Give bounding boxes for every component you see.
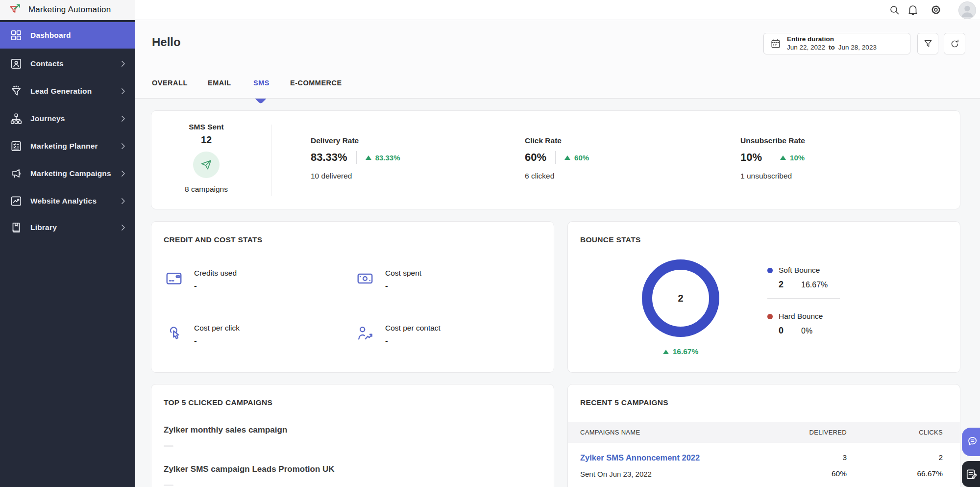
date-range-start: Jun 22, 2022 <box>787 44 825 51</box>
sidebar-item-label: Journeys <box>30 114 65 123</box>
recent5-campaigns-card: RECENT 5 CAMPAIGNS CAMPAIGNS NAME DELIVE… <box>567 384 960 487</box>
top-bar: Marketing Automation <box>0 0 980 20</box>
metric-delta: 10% <box>790 154 805 162</box>
bounce-delta: 16.67% <box>642 347 719 356</box>
tab-email[interactable]: EMAIL <box>208 79 231 87</box>
chevron-right-icon <box>119 142 127 151</box>
refresh-button[interactable] <box>944 33 965 54</box>
marketing-planner-checklist-icon <box>10 140 23 153</box>
compose-note-icon <box>965 468 978 481</box>
chat-bubbles-icon <box>965 436 978 448</box>
sidebar-item-label: Contacts <box>30 59 64 68</box>
metric-label: Delivery Rate <box>311 136 400 145</box>
metric-delivery-rate: Delivery Rate 83.33% 83.33% 10 delivered <box>311 136 400 180</box>
tab-ecommerce[interactable]: E-COMMERCE <box>290 79 342 87</box>
sidebar-item-dashboard[interactable]: Dashboard <box>0 22 135 49</box>
cost-per-contact-label: Cost per contact <box>385 324 441 333</box>
up-triangle-icon <box>366 155 371 160</box>
chevron-right-icon <box>119 87 127 96</box>
progress-bar-stub <box>164 445 173 447</box>
notifications-bell-icon[interactable] <box>907 4 919 16</box>
sms-sent-value: 12 <box>201 134 212 146</box>
sidebar-item-website-analytics[interactable]: Website Analytics <box>0 188 135 214</box>
sidebar-item-marketing-campaigns[interactable]: Marketing Campaigns <box>0 160 135 187</box>
app-title: Marketing Automation <box>28 5 111 15</box>
sidebar-item-label: Library <box>30 223 57 232</box>
date-range-text: Entire duration Jun 22, 2022toJun 28, 20… <box>787 35 877 52</box>
marketing-campaigns-megaphone-icon <box>10 167 23 180</box>
cost-per-contact-item: Cost per contact - <box>355 324 441 346</box>
metric-label: Click Rate <box>525 136 589 145</box>
sidebar-item-journeys[interactable]: Journeys <box>0 105 135 132</box>
progress-bar-stub <box>164 485 173 486</box>
sidebar-item-label: Dashboard <box>30 31 71 40</box>
sidebar-item-library[interactable]: Library <box>0 214 135 241</box>
sms-sent-label: SMS Sent <box>189 123 223 131</box>
website-analytics-chart-icon <box>10 195 23 207</box>
sidebar-item-label: Website Analytics <box>30 197 97 205</box>
up-triangle-icon <box>663 350 669 354</box>
metric-unsubscribe-rate: Unsubscribe Rate 10% 10% 1 unsubscribed <box>740 136 805 180</box>
feedback-notes-button[interactable] <box>962 461 980 487</box>
campaign-link[interactable]: Zylker SMS campaign Leads Promotion UK <box>164 464 335 474</box>
metric-caption: 1 unsubscribed <box>740 172 805 180</box>
campaign-sent-on: Sent On Jun 23, 2022 <box>580 470 652 478</box>
metric-separator <box>771 151 771 164</box>
campaign-link[interactable]: Zylker SMS Annoncement 2022 <box>580 453 700 462</box>
chat-support-button[interactable] <box>962 428 980 456</box>
chevron-right-icon <box>119 197 127 205</box>
legend-hard-bounce: Hard Bounce <box>767 312 823 321</box>
sms-sent-block: SMS Sent 12 8 campaigns <box>166 123 246 194</box>
legend-soft-bounce: Soft Bounce <box>767 266 820 275</box>
contacts-icon <box>10 57 23 70</box>
sidebar-item-label: Lead Generation <box>30 87 92 96</box>
date-range-dates: Jun 22, 2022toJun 28, 2023 <box>787 44 877 52</box>
card-title: RECENT 5 CAMPAIGNS <box>580 398 668 407</box>
metric-delta: 83.33% <box>375 154 400 162</box>
library-book-icon <box>10 221 23 234</box>
credit-card-icon <box>164 270 185 288</box>
metric-separator <box>555 151 556 164</box>
tab-overall[interactable]: OVERALL <box>152 79 188 87</box>
sidebar-item-lead-generation[interactable]: Lead Generation <box>0 78 135 104</box>
table-header-row: CAMPAIGNS NAME DELIVERED CLICKS <box>568 422 960 443</box>
settings-gear-icon[interactable] <box>930 4 942 16</box>
metric-value: 83.33% <box>311 151 347 164</box>
cost-per-click-value: - <box>194 336 240 346</box>
up-triangle-icon <box>780 155 786 160</box>
sms-summary-card: SMS Sent 12 8 campaigns Delivery Rate 83… <box>151 110 960 209</box>
date-range-end: Jun 28, 2023 <box>838 44 877 51</box>
chevron-right-icon <box>119 114 127 123</box>
filter-button[interactable] <box>917 33 938 54</box>
column-clicks: CLICKS <box>869 429 943 436</box>
summary-divider <box>271 125 271 196</box>
soft-bounce-pct: 16.67% <box>801 281 828 289</box>
metric-caption: 6 clicked <box>525 172 589 180</box>
sidebar-item-label: Marketing Planner <box>30 142 98 151</box>
page-title: Hello <box>152 35 181 49</box>
search-icon[interactable] <box>888 4 900 16</box>
hard-bounce-count: 0 <box>779 326 795 336</box>
cost-spent-value: - <box>385 281 421 291</box>
cost-per-click-item: Cost per click - <box>164 324 240 346</box>
metric-caption: 10 delivered <box>311 172 400 180</box>
campaign-link[interactable]: Zylker monthly sales campaign <box>164 425 287 435</box>
date-range-picker[interactable]: Entire duration Jun 22, 2022toJun 28, 20… <box>763 33 910 54</box>
column-campaigns-name: CAMPAIGNS NAME <box>580 429 640 436</box>
dashboard-grid-icon <box>10 29 23 42</box>
date-range-label: Entire duration <box>787 35 877 44</box>
legend-soft-bounce-values: 2 16.67% <box>779 280 828 290</box>
date-range-to: to <box>829 44 835 51</box>
metric-delta: 60% <box>574 154 589 162</box>
cost-spent-label: Cost spent <box>385 269 421 278</box>
sidebar-item-contacts[interactable]: Contacts <box>0 51 135 77</box>
user-avatar[interactable] <box>958 1 976 19</box>
bounce-stats-card: BOUNCE STATS 2 16.67% Soft Bounce 2 16.6… <box>567 221 960 373</box>
sidebar-item-marketing-planner[interactable]: Marketing Planner <box>0 133 135 159</box>
donut-center-value: 2 <box>678 293 683 304</box>
metric-separator <box>356 151 357 164</box>
chevron-right-icon <box>119 59 127 68</box>
metric-click-rate: Click Rate 60% 60% 6 clicked <box>525 136 589 180</box>
tab-sms[interactable]: SMS <box>253 79 270 87</box>
clicks-count: 2 <box>869 453 943 462</box>
